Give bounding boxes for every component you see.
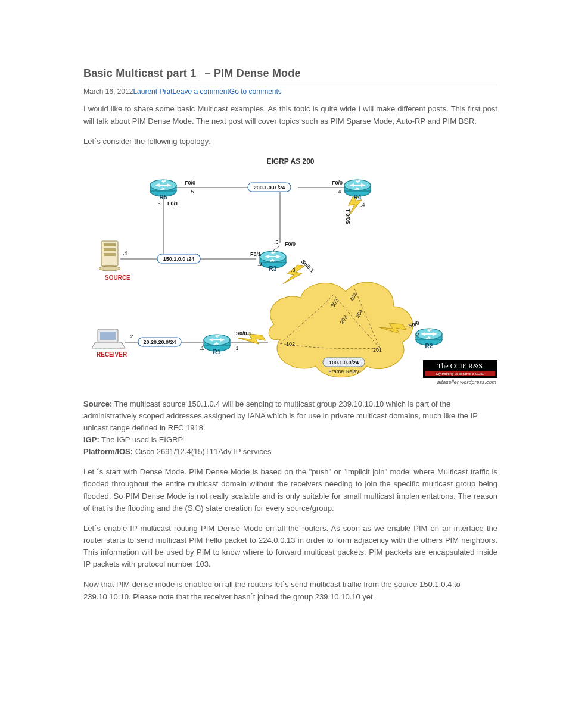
article: Basic Multicast part 1– PIM Dense Mode M… <box>0 0 563 635</box>
platform-label-strong: Platform/IOS: <box>83 447 133 456</box>
title-part-1: Basic Multicast part 1 <box>83 67 196 79</box>
consider-paragraph: Let´s consider the following topology: <box>83 136 497 148</box>
badge-subtitle: My training to become a CCIE <box>436 372 484 376</box>
ip-r1-lan: .1 <box>200 345 204 351</box>
subnet-left: 150.1.0.0 /24 <box>163 256 195 262</box>
if-r4-f00: F0/0 <box>332 180 343 186</box>
if-r3-f01: F0/1 <box>250 251 261 257</box>
ip-r3-top: .3 <box>274 239 279 245</box>
leave-comment-link[interactable]: Leave a comment <box>172 88 229 96</box>
source-label-strong: Source: <box>83 399 112 408</box>
platform-text: Cisco 2691/12.4(15)T11Adv IP services <box>133 447 271 456</box>
ip-r3-fr: .3 <box>291 267 296 273</box>
igp-label-strong: IGP: <box>83 435 99 444</box>
svg-rect-16 <box>104 253 116 256</box>
receiver-laptop-icon <box>92 329 125 348</box>
goto-comments-link[interactable]: Go to comments <box>229 88 282 96</box>
if-r1-s001: S0/0.1 <box>236 330 251 336</box>
if-r5-f00: F0/0 <box>185 180 195 186</box>
router-r1-label: R1 <box>213 349 221 355</box>
svg-rect-14 <box>104 243 116 246</box>
svg-point-17 <box>99 266 120 271</box>
title-underline <box>83 85 497 85</box>
source-server-icon <box>99 241 120 271</box>
dlci-102: 102 <box>286 341 295 347</box>
source-text: The multicast source 150.1.0.4 will be s… <box>83 399 478 432</box>
if-r3-f00: F0/0 <box>285 241 296 247</box>
router-r3-label: R3 <box>269 265 277 272</box>
ip-receiver: .2 <box>129 333 133 339</box>
topology-svg: R5 R4 R3 R1 R2 SOURCE <box>83 170 500 390</box>
receiver-label: RECEIVER <box>97 351 127 358</box>
author-link[interactable]: Laurent Prat <box>133 88 172 96</box>
if-r4-s001: S0/0.1 <box>345 208 351 224</box>
post-meta: March 16, 2012Laurent PratLeave a commen… <box>83 86 497 98</box>
topology-diagram: EIGRP AS 200 <box>83 156 497 393</box>
router-r2-label: R2 <box>425 343 433 349</box>
router-r5-label: R5 <box>160 194 167 201</box>
title-part-2: – PIM Dense Mode <box>204 67 300 79</box>
badge-title: The CCIE R&S <box>437 362 483 370</box>
post-title: Basic Multicast part 1– PIM Dense Mode <box>83 65 497 82</box>
subnet-top: 200.1.0.0 /24 <box>254 185 285 190</box>
ip-r5-top: .5 <box>189 189 194 195</box>
diagram-badge: The CCIE R&S My training to become a CCI… <box>423 360 497 385</box>
enable-paragraph: Let´s enable IP multicast routing PIM De… <box>83 523 497 571</box>
intro-paragraph: I would like to share some basic Multica… <box>83 103 497 127</box>
svg-rect-19 <box>100 332 116 340</box>
ip-r3-left: .3 <box>257 261 262 267</box>
diagram-title: EIGRP AS 200 <box>83 156 497 167</box>
post-date: March 16, 2012 <box>83 88 133 96</box>
ip-r2-fr: .2 <box>415 332 419 338</box>
source-label: SOURCE <box>105 274 130 281</box>
subnet-recv: 20.20.20.0/24 <box>143 339 176 345</box>
dense-mode-paragraph: Let ´s start with Dense Mode. PIM Dense … <box>83 466 497 514</box>
ip-r4-fr: .4 <box>360 202 365 208</box>
igp-text: The IGP used is EIGRP <box>99 435 183 444</box>
subnet-fr: 100.1.0.0/24 <box>329 360 359 365</box>
badge-url: aitaseller.wordpress.com <box>437 379 497 385</box>
ip-r4-top: .4 <box>337 189 341 195</box>
router-r4-label: R4 <box>354 194 362 201</box>
frame-relay-caption: Frame Relay <box>328 368 359 374</box>
svg-rect-15 <box>104 248 116 251</box>
ip-source: .4 <box>123 250 127 256</box>
ip-r5-left: .5 <box>156 201 161 207</box>
if-r5-f01: F0/1 <box>167 201 178 207</box>
now-paragraph: Now that PIM dense mode is enabled on al… <box>83 579 497 602</box>
ip-r1-fr: .1 <box>234 345 239 351</box>
dlci-201: 201 <box>373 347 382 353</box>
source-description: Source: The multicast source 150.1.0.4 w… <box>83 398 497 458</box>
